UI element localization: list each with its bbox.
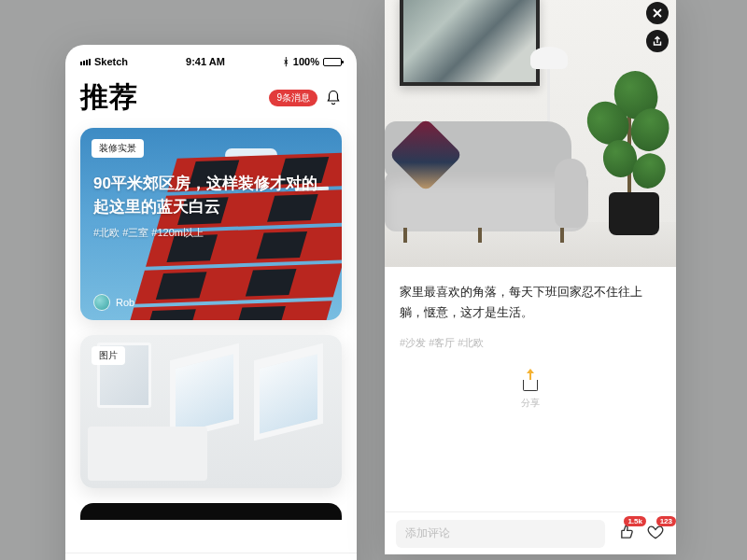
header: 推荐 9条消息 (65, 71, 357, 128)
card-category-tag: 图片 (92, 346, 125, 365)
share-button[interactable]: 分享 (400, 371, 661, 410)
carrier-label: Sketch (94, 56, 128, 67)
messages-badge[interactable]: 9条消息 (269, 90, 317, 106)
plant (586, 67, 670, 198)
detail-screen: 家里最喜欢的角落，每天下班回家忍不住往上躺，惬意，这才是生活。 #沙发 #客厅 … (385, 0, 676, 554)
page-title: 推荐 (80, 78, 138, 117)
card-category-tag: 装修实景 (92, 139, 144, 158)
feed-screen: Sketch 9:41 AM ᚼ 100% 推荐 9条消息 装修实景 90平米郊… (65, 45, 357, 560)
sofa (385, 121, 594, 231)
avatar (93, 294, 110, 311)
feed-card-3-peek[interactable] (80, 503, 342, 520)
card-tags: #北欧 #三室 #120m以上 (93, 226, 329, 240)
wall-art (400, 0, 540, 86)
feed-card-1[interactable]: 装修实景 90平米郊区房，这样装修才对的起这里的蓝天白云 #北欧 #三室 #12… (80, 128, 342, 320)
clock: 9:41 AM (186, 56, 225, 67)
like-count: 1.5k (624, 516, 646, 526)
status-bar: Sketch 9:41 AM ᚼ 100% (65, 52, 357, 71)
export-button[interactable] (646, 30, 669, 52)
share-icon (520, 371, 541, 391)
comment-bar: 添加评论 1.5k 123 (385, 511, 676, 554)
detail-caption: 家里最喜欢的角落，每天下班回家忍不住往上躺，惬意，这才是生活。 (400, 282, 661, 323)
lamp-icon (530, 47, 568, 69)
close-button[interactable] (646, 2, 669, 24)
battery-percent: 100% (293, 56, 319, 67)
signal-icon (80, 59, 91, 65)
like-button[interactable]: 1.5k (616, 523, 635, 545)
card-title: 90平米郊区房，这样装修才对的起这里的蓝天白云 (93, 173, 329, 218)
favorite-count: 123 (656, 516, 676, 526)
comment-input[interactable]: 添加评论 (396, 520, 605, 548)
detail-hero-image (385, 0, 676, 267)
detail-tags[interactable]: #沙发 #客厅 #北欧 (400, 336, 661, 350)
author-name: Rob (116, 297, 134, 308)
feed-card-2[interactable]: 图片 (80, 335, 342, 488)
battery-icon (323, 58, 342, 66)
bell-icon[interactable] (325, 90, 342, 106)
bluetooth-icon: ᚼ (283, 56, 289, 67)
card-author[interactable]: Rob (93, 294, 134, 311)
tab-bar: 推荐 灵感 装修 我的 (65, 553, 357, 560)
favorite-button[interactable]: 123 (646, 523, 665, 545)
